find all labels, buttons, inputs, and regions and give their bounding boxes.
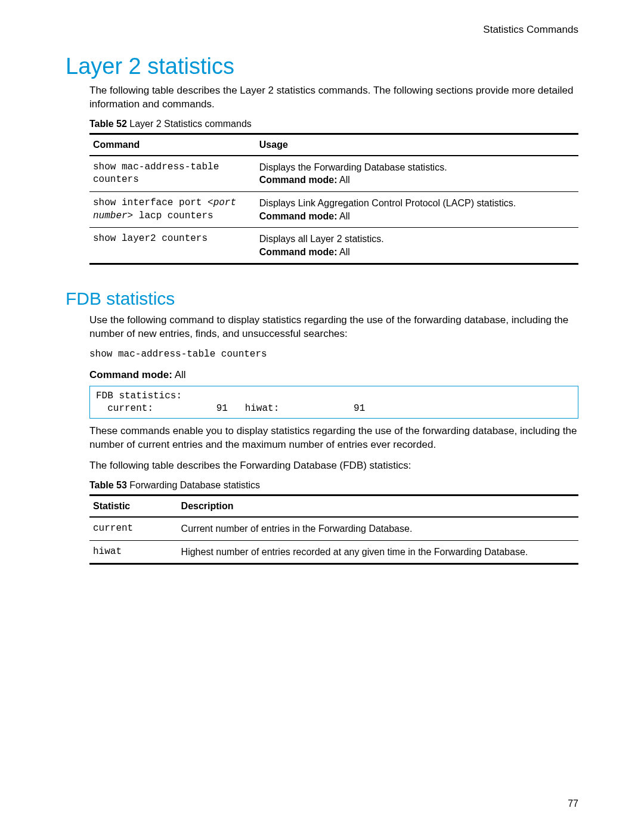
intro-paragraph-2: Use the following command to display sta…: [89, 314, 578, 341]
heading-layer2-statistics: Layer 2 statistics: [66, 54, 578, 79]
table-row: show interface port <port number> lacp c…: [89, 192, 578, 228]
table-row: show layer2 counters Displays all Layer …: [89, 228, 578, 264]
table-52-caption: Table 52 Layer 2 Statistics commands: [89, 119, 578, 129]
paragraph-3: These commands enable you to display sta…: [89, 425, 578, 452]
table-52-usage-0: Displays the Forwarding Database statist…: [256, 156, 578, 192]
table-53-caption: Table 53 Forwarding Database statistics: [89, 480, 578, 491]
table-52-head-command: Command: [89, 134, 256, 156]
table-53: Statistic Description current Current nu…: [89, 494, 578, 565]
table-53-stat-0: current: [89, 517, 178, 540]
command-mode-standalone: Command mode: All: [89, 368, 578, 382]
mode-label: Command mode:: [259, 175, 338, 185]
usage-text: Displays all Layer 2 statistics.: [259, 233, 575, 246]
heading-fdb-statistics: FDB statistics: [66, 289, 578, 309]
intro-paragraph-1: The following table describes the Layer …: [89, 84, 578, 112]
output-box: FDB statistics: current: 91 hiwat: 91: [89, 386, 578, 419]
table-52-cmd-0: show mac-address-table counters: [89, 156, 256, 192]
table-52-label: Table 52: [89, 119, 127, 129]
table-row: show mac-address-table counters Displays…: [89, 156, 578, 192]
usage-text: Displays Link Aggregation Control Protoc…: [259, 197, 575, 210]
page-number: 77: [568, 798, 578, 809]
paragraph-4: The following table describes the Forwar…: [89, 459, 578, 473]
document-page: Statistics Commands Layer 2 statistics T…: [0, 0, 644, 833]
table-52-cmd-1: show interface port <port number> lacp c…: [89, 192, 256, 228]
table-53-head-description: Description: [178, 496, 578, 518]
cmd-text: show interface port: [93, 197, 208, 208]
table-52: Command Usage show mac-address-table cou…: [89, 133, 578, 265]
table-53-label: Table 53: [89, 480, 127, 490]
mode-label: Command mode:: [259, 247, 338, 257]
usage-text: Displays the Forwarding Database statist…: [259, 161, 575, 174]
command-mode-line: Command mode: All: [259, 210, 575, 223]
table-53-desc-1: Highest number of entries recorded at an…: [178, 540, 578, 564]
table-53-desc-0: Current number of entries in the Forward…: [178, 517, 578, 540]
table-52-head-usage: Usage: [256, 134, 578, 156]
cmd-text: show layer2 counters: [93, 233, 208, 244]
table-52-title: Layer 2 Statistics commands: [127, 119, 252, 129]
table-52-usage-1: Displays Link Aggregation Control Protoc…: [256, 192, 578, 228]
table-53-title: Forwarding Database statistics: [127, 480, 260, 490]
table-52-usage-2: Displays all Layer 2 statistics. Command…: [256, 228, 578, 264]
mode-label: Command mode:: [89, 369, 172, 380]
table-row: current Current number of entries in the…: [89, 517, 578, 540]
command-mode-line: Command mode: All: [259, 174, 575, 187]
table-53-head-statistic: Statistic: [89, 496, 178, 518]
cmd-text: show mac-address-table counters: [93, 162, 219, 185]
page-header-section: Statistics Commands: [66, 24, 578, 36]
command-example: show mac-address-table counters: [89, 348, 578, 361]
mode-label: Command mode:: [259, 211, 338, 221]
mode-value: All: [337, 175, 349, 185]
cmd-tail: lacp counters: [133, 210, 213, 221]
mode-value: All: [337, 211, 349, 221]
table-row: hiwat Highest number of entries recorded…: [89, 540, 578, 564]
mode-value: All: [172, 369, 186, 380]
command-mode-line: Command mode: All: [259, 246, 575, 259]
mode-value: All: [337, 247, 349, 257]
table-53-stat-1: hiwat: [89, 540, 178, 564]
table-52-cmd-2: show layer2 counters: [89, 228, 256, 264]
